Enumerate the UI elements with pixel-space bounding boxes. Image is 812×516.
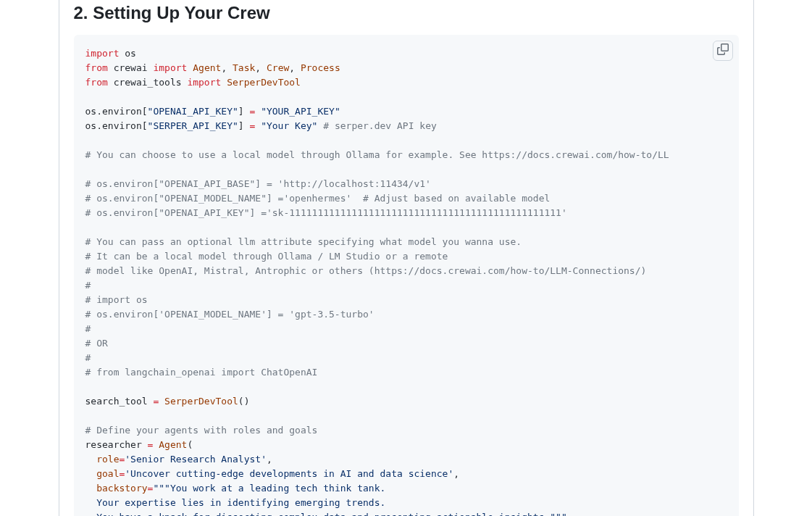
code-block: import os from crewai import Agent, Task… (74, 35, 739, 516)
section-heading: 2. Setting Up Your Crew (74, 0, 739, 23)
copy-icon (717, 43, 729, 58)
code-content: import os from crewai import Agent, Task… (85, 46, 727, 516)
document-container: 2. Setting Up Your Crew import os from c… (59, 0, 754, 516)
copy-button[interactable] (713, 41, 733, 61)
